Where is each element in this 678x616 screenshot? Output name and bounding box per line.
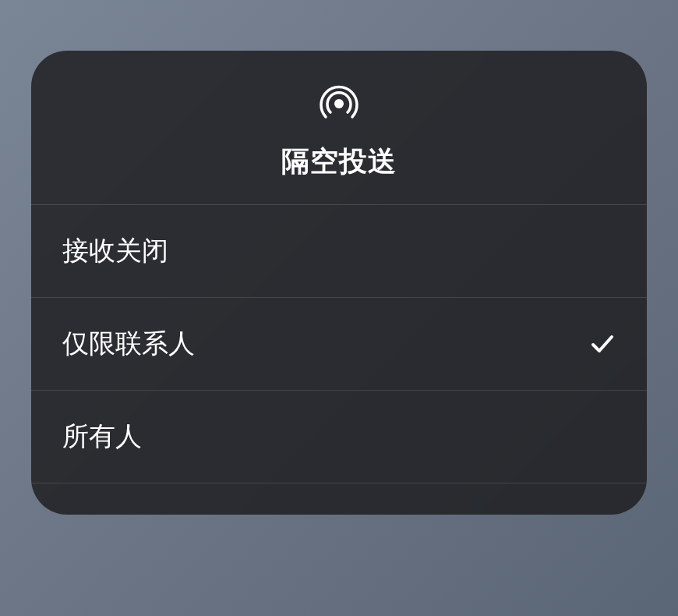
panel-header: 隔空投送: [31, 51, 647, 205]
checkmark-icon: [589, 331, 616, 357]
bottom-spacer: [31, 483, 647, 515]
airdrop-icon: [317, 82, 361, 126]
option-everyone[interactable]: 所有人: [31, 391, 647, 483]
panel-title: 隔空投送: [281, 143, 397, 181]
option-label: 所有人: [62, 419, 142, 455]
option-label: 仅限联系人: [62, 326, 195, 362]
airdrop-settings-panel: 隔空投送 接收关闭 仅限联系人 所有人: [31, 51, 647, 515]
option-receiving-off[interactable]: 接收关闭: [31, 205, 647, 298]
svg-point-0: [334, 99, 344, 108]
option-contacts-only[interactable]: 仅限联系人: [31, 298, 647, 391]
option-label: 接收关闭: [62, 233, 168, 269]
options-list: 接收关闭 仅限联系人 所有人: [31, 205, 647, 483]
